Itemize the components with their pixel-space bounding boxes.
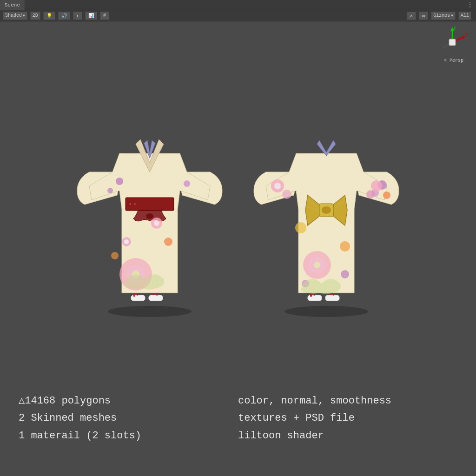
material-count: 1 materail (2 slots) bbox=[19, 427, 238, 444]
audio-icon-btn[interactable]: 🔊 bbox=[58, 12, 70, 20]
svg-point-30 bbox=[274, 183, 281, 189]
nav-gizmo[interactable]: y x bbox=[435, 25, 470, 60]
all-dropdown[interactable]: All bbox=[458, 12, 471, 20]
svg-point-13 bbox=[107, 188, 113, 193]
rect-icon[interactable]: ▭ bbox=[419, 12, 428, 20]
svg-point-40 bbox=[295, 222, 306, 233]
kimono-back-model bbox=[252, 79, 401, 325]
svg-rect-20 bbox=[149, 295, 163, 301]
svg-point-36 bbox=[366, 190, 375, 198]
texture-files: textures + PSD file bbox=[238, 410, 457, 427]
svg-point-3 bbox=[134, 203, 136, 205]
scene-viewport[interactable]: △14168 polygons 2 Skinned meshes 1 mater… bbox=[0, 21, 476, 476]
svg-point-31 bbox=[282, 190, 291, 199]
models-area bbox=[0, 21, 476, 383]
gizmos-label: Gizmos bbox=[433, 13, 450, 18]
more-icon: ⋮ bbox=[467, 1, 473, 9]
scene-tab-label: Scene bbox=[5, 2, 20, 8]
svg-marker-54 bbox=[462, 36, 465, 40]
svg-point-34 bbox=[383, 192, 390, 199]
shading-dropdown[interactable]: Shaded ▼ bbox=[3, 12, 27, 20]
svg-rect-47 bbox=[325, 295, 339, 301]
svg-rect-1 bbox=[126, 198, 174, 211]
svg-rect-44 bbox=[308, 295, 322, 301]
svg-point-25 bbox=[322, 206, 331, 214]
info-left: △14168 polygons 2 Skinned meshes 1 mater… bbox=[19, 392, 238, 444]
svg-point-14 bbox=[184, 180, 190, 187]
svg-point-16 bbox=[111, 252, 119, 259]
shading-label: Shaded bbox=[5, 13, 22, 18]
svg-point-2 bbox=[129, 203, 131, 205]
view-mode-label: 2D bbox=[33, 13, 38, 18]
toolbar-bar: Shaded ▼ 2D 💡 🔊 ✦ 📊 # ✕ ▭ Gizmos ▼ All bbox=[0, 10, 476, 21]
persp-label: < Persp bbox=[444, 58, 463, 63]
grid-icon-btn[interactable]: # bbox=[100, 12, 109, 20]
svg-point-41 bbox=[340, 241, 350, 251]
info-overlay: △14168 polygons 2 Skinned meshes 1 mater… bbox=[0, 383, 476, 476]
stats-icon-btn[interactable]: 📊 bbox=[85, 12, 97, 20]
svg-point-35 bbox=[371, 180, 382, 192]
shader-name: liltoon shader bbox=[238, 427, 457, 444]
skinned-meshes: 2 Skinned meshes bbox=[19, 410, 238, 427]
top-tab-bar: Scene ⋮ bbox=[0, 0, 476, 10]
view-mode-dropdown[interactable]: 2D bbox=[30, 12, 40, 20]
polygon-count: △14168 polygons bbox=[19, 392, 238, 410]
svg-text:x: x bbox=[466, 32, 468, 36]
svg-point-39 bbox=[314, 262, 320, 268]
kimono-front-model bbox=[75, 79, 224, 325]
svg-point-11 bbox=[124, 239, 129, 244]
gizmos-chevron: ▼ bbox=[451, 13, 453, 18]
texture-types: color, normal, smoothness bbox=[238, 392, 457, 410]
svg-point-42 bbox=[341, 270, 349, 278]
toolbar-right: ✕ ▭ Gizmos ▼ All bbox=[407, 12, 471, 20]
nav-gizmo-area: y x < Persp bbox=[435, 25, 472, 62]
scene-tab[interactable]: Scene bbox=[0, 0, 25, 10]
svg-rect-17 bbox=[131, 295, 145, 301]
shading-chevron: ▼ bbox=[23, 13, 25, 18]
effects-icon-btn[interactable]: ✦ bbox=[73, 12, 82, 20]
info-right: color, normal, smoothness textures + PSD… bbox=[238, 392, 457, 444]
svg-rect-57 bbox=[449, 39, 456, 46]
light-icon-btn[interactable]: 💡 bbox=[43, 12, 55, 20]
svg-point-9 bbox=[154, 220, 159, 226]
svg-point-12 bbox=[116, 178, 123, 185]
svg-point-4 bbox=[146, 213, 153, 219]
svg-point-15 bbox=[164, 238, 172, 246]
gizmos-dropdown[interactable]: Gizmos ▼ bbox=[431, 12, 456, 20]
svg-point-23 bbox=[284, 306, 368, 317]
svg-point-0 bbox=[108, 306, 192, 317]
close-x-icon[interactable]: ✕ bbox=[407, 12, 416, 20]
svg-text:y: y bbox=[454, 25, 456, 30]
all-label: All bbox=[461, 13, 469, 18]
